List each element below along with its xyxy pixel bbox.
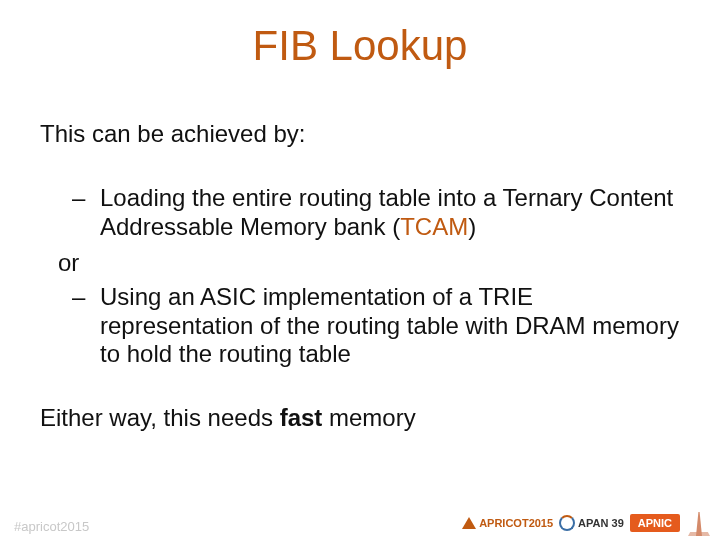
apan-label: APAN 39: [578, 517, 624, 529]
bullet1-segment-post: ): [468, 213, 476, 240]
apricot-logo: APRICOT2015: [462, 517, 553, 529]
bullet-item-1: – Loading the entire routing table into …: [64, 184, 680, 241]
slide-title: FIB Lookup: [0, 22, 720, 70]
intro-text: This can be achieved by:: [40, 120, 680, 148]
or-label: or: [58, 249, 680, 277]
bullet1-segment-pre: Loading the entire routing table into a …: [100, 184, 673, 239]
bullet-list: – Loading the entire routing table into …: [64, 184, 680, 241]
apricot-mark-icon: [462, 517, 476, 529]
bullet-dash-icon: –: [72, 283, 85, 311]
slide-body: This can be achieved by: – Loading the e…: [40, 120, 680, 433]
bullet-dash-icon: –: [72, 184, 85, 212]
footer-logos: APRICOT2015 APAN 39 APNIC: [462, 510, 710, 536]
conclusion-pre: Either way, this needs: [40, 404, 280, 431]
conclusion-text: Either way, this needs fast memory: [40, 404, 680, 432]
apan-logo: APAN 39: [559, 515, 624, 531]
bullet-item-2: – Using an ASIC implementation of a TRIE…: [64, 283, 680, 368]
conclusion-post: memory: [322, 404, 415, 431]
footer-hashtag: #apricot2015: [14, 519, 89, 534]
footer: #apricot2015 APRICOT2015 APAN 39 APNIC: [0, 508, 720, 540]
bullet2-text: Using an ASIC implementation of a TRIE r…: [100, 283, 679, 367]
apnic-logo: APNIC: [630, 514, 680, 532]
bullet1-segment-accent: TCAM: [400, 213, 468, 240]
slide: FIB Lookup This can be achieved by: – Lo…: [0, 0, 720, 540]
conclusion-bold: fast: [280, 404, 323, 431]
bullet-list-2: – Using an ASIC implementation of a TRIE…: [64, 283, 680, 368]
tower-icon: [688, 510, 710, 536]
apan-ring-icon: [559, 515, 575, 531]
apricot-label: APRICOT2015: [479, 517, 553, 529]
